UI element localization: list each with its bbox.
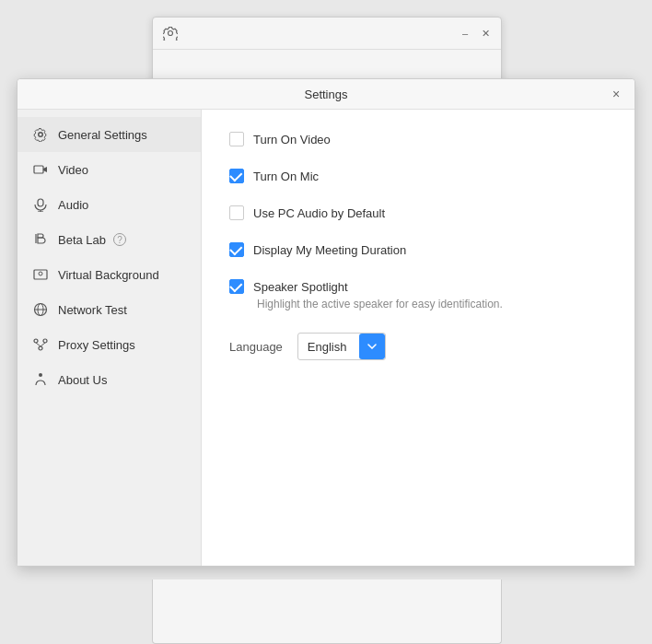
display-duration-row: Display My Meeting Duration [229,242,607,257]
turn-on-mic-label: Turn On Mic [253,170,319,183]
sidebar-item-label-network: Network Test [58,303,127,317]
svg-point-13 [39,346,42,350]
bg-window-controls: – ✕ [459,27,492,40]
audio-icon [32,196,49,213]
sidebar: General Settings Video [17,110,202,566]
sidebar-item-beta-lab[interactable]: Beta Lab ? [17,222,201,257]
svg-line-15 [41,343,45,346]
language-value: English [298,335,356,358]
beta-icon [32,231,49,248]
use-pc-audio-checkbox[interactable] [229,205,244,220]
speaker-spotlight-row: Speaker Spotlight Highlight the active s… [229,279,607,310]
sidebar-item-proxy-settings[interactable]: Proxy Settings [17,327,201,362]
turn-on-video-checkbox[interactable] [229,132,244,146]
svg-point-12 [43,339,47,343]
speaker-spotlight-top: Speaker Spotlight [229,279,348,294]
bg-window-titlebar: – ✕ [153,18,501,50]
sidebar-item-general-settings[interactable]: General Settings [17,117,201,152]
speaker-spotlight-description: Highlight the active speaker for easy id… [257,298,503,310]
virtual-bg-icon [32,266,49,283]
settings-dialog: Settings × General Settings [17,78,635,567]
svg-point-7 [39,272,42,275]
turn-on-mic-checkbox-wrapper[interactable]: Turn On Mic [229,169,319,183]
turn-on-video-label: Turn On Video [253,133,331,146]
svg-point-16 [39,373,42,377]
display-duration-label: Display My Meeting Duration [253,243,406,257]
bg-window-bottom [152,580,502,644]
sidebar-item-label-proxy: Proxy Settings [58,338,135,352]
minimize-button[interactable]: – [459,27,472,40]
main-content: Turn On Video Turn On Mic Use PC Audio b… [202,110,635,566]
network-icon [32,301,49,318]
turn-on-video-checkbox-wrapper[interactable]: Turn On Video [229,132,331,146]
sidebar-item-about-us[interactable]: About Us [17,362,201,397]
display-duration-checkbox[interactable] [229,242,244,257]
sidebar-item-virtual-bg[interactable]: Virtual Background [17,257,201,292]
svg-rect-1 [34,166,43,173]
use-pc-audio-label: Use PC Audio by Default [253,206,385,220]
sidebar-item-label-virtual-bg: Virtual Background [58,268,159,282]
dialog-titlebar: Settings × [17,79,635,110]
sidebar-item-label-video: Video [58,163,88,177]
sidebar-item-label-audio: Audio [58,198,88,212]
sidebar-item-label-about: About Us [58,373,107,387]
sidebar-item-audio[interactable]: Audio [17,187,201,222]
language-select-wrapper[interactable]: English [297,333,387,360]
sidebar-item-network-test[interactable]: Network Test [17,292,201,327]
language-row: Language English [229,333,607,360]
svg-line-14 [36,343,41,346]
use-pc-audio-row: Use PC Audio by Default [229,205,607,220]
sidebar-item-label-beta: Beta Lab [58,233,106,247]
dialog-title: Settings [43,88,609,101]
svg-point-0 [169,31,173,36]
use-pc-audio-checkbox-wrapper[interactable]: Use PC Audio by Default [229,205,385,220]
video-icon [32,161,49,178]
speaker-spotlight-checkbox-wrapper[interactable]: Speaker Spotlight [229,279,348,294]
turn-on-mic-checkbox[interactable] [229,169,244,183]
sidebar-item-label-general: General Settings [58,128,147,142]
display-duration-checkbox-wrapper[interactable]: Display My Meeting Duration [229,242,406,257]
dialog-body: General Settings Video [17,110,635,566]
close-button[interactable]: ✕ [479,27,492,40]
sidebar-item-video[interactable]: Video [17,152,201,187]
about-icon [32,371,49,388]
proxy-icon [32,336,49,353]
speaker-spotlight-checkbox[interactable] [229,279,244,294]
svg-point-11 [34,339,38,343]
gear-icon [32,126,49,143]
dialog-close-button[interactable]: × [609,87,623,101]
help-icon[interactable]: ? [113,233,126,246]
turn-on-video-row: Turn On Video [229,132,607,146]
gear-icon [162,25,179,41]
speaker-spotlight-label: Speaker Spotlight [253,280,348,294]
language-label: Language [229,340,283,354]
svg-rect-2 [38,199,43,206]
beta-lab-row: Beta Lab ? [58,233,186,247]
language-dropdown-button[interactable] [359,334,385,359]
turn-on-mic-row: Turn On Mic [229,169,607,183]
